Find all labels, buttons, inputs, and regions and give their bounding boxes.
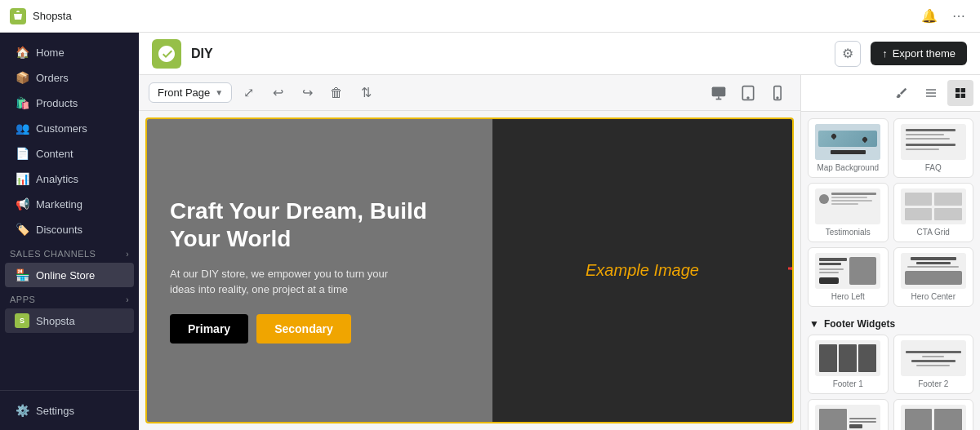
widget-footer-3[interactable] — [808, 399, 889, 430]
widget-name-faq: FAQ — [925, 163, 942, 172]
widget-cta-grid[interactable]: CTA Grid — [893, 183, 974, 242]
footer-widgets-section[interactable]: ▼ Footer Widgets — [808, 313, 973, 335]
export-theme-button[interactable]: ↑ Export theme — [871, 42, 967, 65]
widget-footer-1[interactable]: Footer 1 — [808, 335, 889, 394]
svg-point-6 — [777, 97, 778, 99]
widget-thumb-hero-center — [901, 253, 966, 289]
sidebar-label-discounts: Discounts — [36, 224, 82, 236]
products-icon: 🛍️ — [15, 95, 29, 110]
preview-area: Craft Your Dream, Build Your World At ou… — [139, 111, 800, 430]
sidebar-item-analytics[interactable]: 📊 Analytics — [5, 166, 134, 191]
widget-thumb-map — [815, 124, 880, 160]
content-icon: 📄 — [15, 146, 29, 161]
sidebar-item-marketing[interactable]: 📢 Marketing — [5, 192, 134, 216]
delete-button[interactable]: 🗑 — [323, 80, 350, 106]
undo-icon: ↩ — [273, 85, 283, 100]
svg-rect-0 — [712, 86, 726, 96]
widget-thumb-testimonials — [815, 188, 880, 224]
page-chevron-icon: ▼ — [215, 88, 223, 97]
apps-section[interactable]: Apps › — [0, 288, 139, 308]
widget-name-cta-grid: CTA Grid — [917, 228, 950, 237]
export-label: Export theme — [893, 47, 956, 60]
widget-name-testimonials: Testimonials — [826, 228, 871, 237]
panel-tab-brush[interactable] — [889, 80, 915, 106]
sidebar-label-settings: Settings — [36, 405, 74, 417]
upload-button[interactable]: ⇅ — [353, 80, 379, 106]
panel-tabs — [801, 75, 980, 112]
sidebar-label-home: Home — [36, 47, 65, 59]
sidebar-item-discounts[interactable]: 🏷️ Discounts — [5, 217, 134, 242]
analytics-icon: 📊 — [15, 171, 29, 186]
desktop-view-button[interactable] — [706, 80, 732, 106]
widget-testimonials[interactable]: Testimonials — [808, 183, 889, 242]
widget-map-background[interactable]: Map Background — [808, 118, 889, 178]
undo-button[interactable]: ↩ — [265, 80, 291, 106]
sidebar-item-settings[interactable]: ⚙️ Settings — [5, 398, 134, 423]
sales-channels-arrow: › — [126, 250, 129, 259]
theme-settings-button[interactable]: ⚙ — [835, 41, 861, 67]
expand-button[interactable]: ⤢ — [235, 80, 261, 106]
widget-thumb-footer-2 — [901, 340, 966, 376]
hero-buttons: Primary Secondary — [170, 314, 470, 344]
sidebar-label-shopsta: Shopsta — [36, 315, 75, 327]
preview-frame: Craft Your Dream, Build Your World At ou… — [145, 117, 794, 423]
panel-tab-layout[interactable] — [918, 80, 944, 106]
redo-icon: ↪ — [302, 85, 313, 100]
sidebar-item-home[interactable]: 🏠 Home — [5, 40, 134, 64]
panel-content: Map Background — [801, 112, 980, 430]
online-store-icon: 🏪 — [15, 268, 29, 282]
widget-hero-center[interactable]: Hero Center — [893, 247, 974, 307]
sidebar-label-orders: Orders — [36, 72, 69, 84]
sidebar-item-products[interactable]: 🛍️ Products — [5, 91, 134, 115]
notification-icon[interactable]: 🔔 — [918, 5, 941, 28]
sales-channels-label: Sales channels — [10, 249, 96, 259]
apps-label: Apps — [10, 295, 35, 304]
widget-faq[interactable]: FAQ — [893, 118, 974, 178]
widget-footer-4[interactable] — [893, 399, 974, 430]
primary-button[interactable]: Primary — [170, 314, 248, 344]
redo-button[interactable]: ↪ — [294, 80, 320, 106]
example-image-label: Example Image — [586, 261, 699, 280]
trash-icon: 🗑 — [330, 86, 343, 100]
sidebar-item-online-store[interactable]: 🏪 Online Store — [5, 263, 134, 287]
theme-title: DIY — [191, 47, 213, 61]
hero-right-image: Example Image — [492, 119, 792, 422]
tablet-view-button[interactable] — [735, 80, 761, 106]
sidebar-label-analytics: Analytics — [36, 173, 78, 185]
footer-widgets-label: Footer Widgets — [824, 318, 895, 330]
orders-icon: 📦 — [15, 70, 29, 85]
hero-heading: Craft Your Dream, Build Your World — [170, 197, 470, 252]
widget-thumb-cta-grid — [901, 188, 966, 224]
sidebar-item-customers[interactable]: 👥 Customers — [5, 116, 134, 140]
page-selector[interactable]: Front Page ▼ — [149, 82, 232, 103]
theme-logo — [152, 39, 181, 69]
sidebar-label-online-store: Online Store — [36, 269, 95, 281]
apps-arrow: › — [126, 295, 129, 304]
secondary-button[interactable]: Secondary — [256, 314, 351, 344]
gear-icon: ⚙ — [842, 46, 853, 61]
widget-grid-main: Map Background — [808, 118, 973, 307]
editor-toolbar: Front Page ▼ ⤢ ↩ ↪ 🗑 — [139, 75, 800, 111]
sidebar-label-marketing: Marketing — [36, 198, 82, 211]
panel-tab-grid[interactable] — [947, 80, 973, 106]
widget-footer-2[interactable]: Footer 2 — [893, 335, 974, 394]
widget-name-footer-2: Footer 2 — [918, 379, 948, 388]
more-options-icon[interactable]: ⋯ — [947, 5, 970, 28]
sidebar-item-shopsta[interactable]: S Shopsta — [5, 308, 134, 333]
mobile-view-button[interactable] — [764, 80, 791, 106]
marketing-icon: 📢 — [15, 197, 29, 211]
sidebar-label-customers: Customers — [36, 122, 87, 135]
widget-name-footer-1: Footer 1 — [833, 379, 863, 388]
widget-thumb-faq — [901, 124, 966, 160]
right-panel: Map Background — [800, 75, 980, 430]
widget-hero-left[interactable]: Hero Left — [808, 247, 889, 307]
sales-channels-section[interactable]: Sales channels › — [0, 242, 139, 262]
app-logo — [10, 8, 26, 24]
widget-thumb-footer-1 — [815, 340, 880, 376]
sidebar-item-orders[interactable]: 📦 Orders — [5, 65, 134, 90]
discounts-icon: 🏷️ — [15, 222, 29, 237]
hero-section: Craft Your Dream, Build Your World At ou… — [147, 119, 792, 422]
sidebar-item-content[interactable]: 📄 Content — [5, 141, 134, 166]
footer-widget-grid: Footer 1 — [808, 335, 973, 430]
widget-thumb-footer-4 — [901, 405, 966, 430]
